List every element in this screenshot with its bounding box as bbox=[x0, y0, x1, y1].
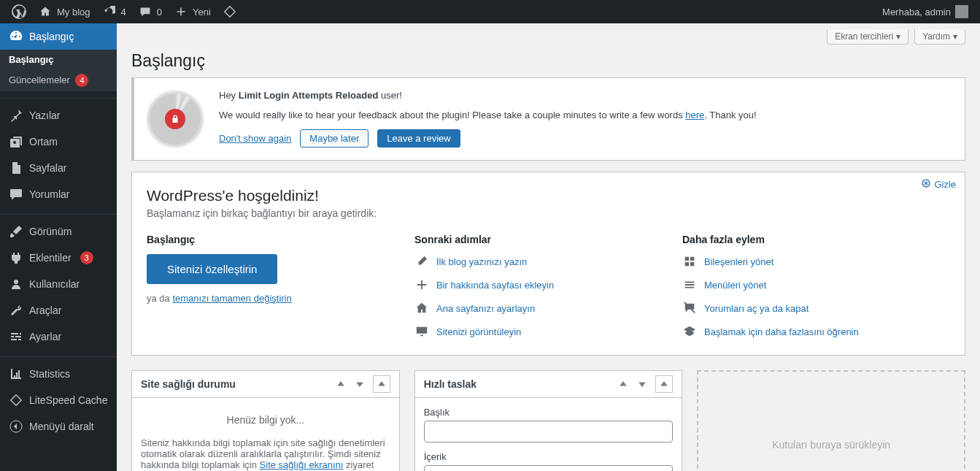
notice-line-2: We would really like to hear your feedba… bbox=[219, 110, 757, 120]
comments-count: 0 bbox=[157, 7, 162, 18]
site-health-box: Site sağlığı durumu Henüz bilgi yok... S… bbox=[131, 370, 400, 471]
submenu-updates[interactable]: Güncellemeler 4 bbox=[0, 69, 117, 91]
greeting-text: Merhaba, admin bbox=[882, 7, 951, 18]
menu-litespeed[interactable]: LiteSpeed Cache bbox=[0, 387, 117, 413]
draft-title-label: Başlık bbox=[424, 407, 674, 418]
chart-icon bbox=[9, 367, 23, 381]
gauge-icon bbox=[146, 90, 204, 148]
home-icon bbox=[38, 4, 53, 19]
col2-heading: Sonraki adımlar bbox=[414, 234, 682, 245]
notice-body: Hey Limit Login Attempts Reloaded user! … bbox=[219, 90, 757, 148]
widgets-icon bbox=[682, 254, 697, 269]
plus-icon bbox=[174, 4, 188, 19]
menu-statistics[interactable]: Statistics bbox=[0, 361, 117, 387]
caret-down-icon: ▾ bbox=[896, 31, 900, 42]
review-here-link[interactable]: here bbox=[685, 110, 704, 120]
col3-heading: Daha fazla eylem bbox=[682, 234, 950, 245]
llar-notice: Hey Limit Login Attempts Reloaded user! … bbox=[131, 77, 965, 161]
dashboard-widgets: Site sağlığı durumu Henüz bilgi yok... S… bbox=[131, 370, 965, 471]
menu-dashboard[interactable]: Başlangıç bbox=[0, 23, 117, 50]
new-content-link[interactable]: Yeni bbox=[168, 0, 217, 23]
home-icon bbox=[414, 301, 429, 315]
site-name-link[interactable]: My blog bbox=[32, 0, 96, 23]
toggle-box-button[interactable] bbox=[373, 375, 390, 393]
monitor-icon bbox=[414, 324, 429, 339]
comment-off-icon bbox=[682, 301, 697, 315]
page-title: Başlangıç bbox=[131, 45, 965, 74]
wp-logo[interactable] bbox=[6, 0, 32, 23]
plugins-badge: 3 bbox=[80, 251, 93, 264]
welcome-col-1: Başlangıç Sitenizi özelleştirin ya da te… bbox=[147, 234, 414, 348]
media-icon bbox=[9, 134, 23, 149]
help-button[interactable]: Yardım ▾ bbox=[914, 29, 965, 45]
screen-meta: Ekran tercihleri ▾ Yardım ▾ bbox=[131, 23, 965, 45]
screen-options-button[interactable]: Ekran tercihleri ▾ bbox=[827, 29, 908, 45]
menu-settings[interactable]: Ayarlar bbox=[0, 323, 117, 350]
write-post-link[interactable]: İlk blog yazınızı yazın bbox=[414, 254, 682, 269]
menu-comments[interactable]: Yorumlar bbox=[0, 181, 117, 207]
welcome-title: WordPress'e hoşgeldiniz! bbox=[147, 187, 950, 204]
learn-more-link[interactable]: Başlamak için daha fazlasını öğrenin bbox=[682, 324, 950, 339]
move-down-button[interactable] bbox=[351, 375, 369, 393]
quick-draft-box: Hızlı taslak Başlık İçerik bbox=[414, 370, 683, 471]
caret-down-icon: ▾ bbox=[953, 31, 957, 42]
main-content: Ekran tercihleri ▾ Yardım ▾ Başlangıç He… bbox=[117, 0, 980, 471]
draft-title-input[interactable] bbox=[424, 421, 674, 443]
dismiss-icon bbox=[921, 178, 931, 191]
menu-appearance[interactable]: Görünüm bbox=[0, 218, 117, 245]
welcome-subtitle: Başlamanız için birkaç bağlantıyı bir ar… bbox=[147, 207, 950, 219]
welcome-panel: Gizle WordPress'e hoşgeldiniz! Başlamanı… bbox=[131, 172, 965, 356]
menu-icon bbox=[682, 277, 697, 292]
change-theme-link[interactable]: temanızı tamamen değiştirin bbox=[172, 293, 291, 304]
menu-media[interactable]: Ortam bbox=[0, 129, 117, 155]
dont-show-link[interactable]: Don't show again bbox=[219, 133, 291, 144]
menu-separator bbox=[0, 353, 117, 357]
plugin-icon bbox=[9, 250, 23, 265]
admin-sidebar: Başlangıç Başlangıç Güncellemeler 4 Yazı… bbox=[0, 23, 117, 471]
account-link[interactable]: Merhaba, admin bbox=[876, 0, 974, 23]
dropzone[interactable]: Kutuları buraya sürükleyin bbox=[697, 370, 965, 471]
maybe-later-button[interactable]: Maybe later bbox=[300, 129, 369, 148]
notice-line-1: Hey Limit Login Attempts Reloaded user! bbox=[219, 90, 757, 101]
quick-draft-title: Hızlı taslak bbox=[424, 371, 477, 397]
draft-content-input[interactable] bbox=[424, 465, 674, 471]
toggle-box-button[interactable] bbox=[655, 375, 673, 393]
welcome-col-2: Sonraki adımlar İlk blog yazınızı yazın … bbox=[414, 234, 682, 348]
menu-users[interactable]: Kullanıcılar bbox=[0, 271, 117, 297]
comments-link[interactable]: 0 bbox=[132, 0, 168, 23]
site-health-title: Site sağlığı durumu bbox=[141, 371, 236, 397]
welcome-dismiss[interactable]: Gizle bbox=[921, 178, 956, 191]
admin-bar: My blog 4 0 Yeni Merhaba, admin bbox=[0, 0, 980, 23]
move-down-button[interactable] bbox=[633, 375, 651, 393]
customize-button[interactable]: Sitenizi özelleştirin bbox=[147, 254, 277, 284]
draft-content-label: İçerik bbox=[424, 451, 674, 462]
site-health-link[interactable]: Site sağlığı ekranını bbox=[260, 459, 344, 470]
menu-collapse[interactable]: Menüyü daralt bbox=[0, 413, 117, 440]
widgets-link[interactable]: Bileşenleri yönet bbox=[682, 254, 950, 269]
menu-pages[interactable]: Sayfalar bbox=[0, 155, 117, 181]
litespeed-icon bbox=[9, 393, 23, 407]
comments-toggle-link[interactable]: Yorumları aç ya da kapat bbox=[682, 301, 950, 315]
menu-plugins[interactable]: Eklentiler 3 bbox=[0, 245, 117, 271]
updates-link[interactable]: 4 bbox=[96, 0, 132, 23]
wordpress-icon bbox=[12, 4, 26, 19]
welcome-col-3: Daha fazla eylem Bileşenleri yönet Menül… bbox=[682, 234, 950, 348]
litespeed-toolbar[interactable] bbox=[217, 0, 243, 23]
site-health-text: Siteniz hakkında bilgi toplamak için sit… bbox=[141, 437, 390, 471]
setup-homepage-link[interactable]: Ana sayfanızı ayarlayın bbox=[414, 301, 682, 315]
menu-posts[interactable]: Yazılar bbox=[0, 102, 117, 129]
leave-review-button[interactable]: Leave a review bbox=[377, 129, 460, 148]
menu-separator bbox=[0, 211, 117, 215]
avatar-icon bbox=[955, 5, 968, 18]
move-up-button[interactable] bbox=[332, 375, 350, 393]
submenu-home[interactable]: Başlangıç bbox=[0, 50, 117, 69]
view-site-link[interactable]: Sitenizi görüntüleyin bbox=[414, 324, 682, 339]
pin-icon bbox=[9, 108, 23, 123]
edit-icon bbox=[414, 254, 429, 269]
menus-link[interactable]: Menüleri yönet bbox=[682, 277, 950, 292]
move-up-button[interactable] bbox=[614, 375, 632, 393]
update-icon bbox=[102, 4, 117, 19]
add-page-link[interactable]: Bir hakkında sayfası ekleyin bbox=[414, 277, 682, 292]
menu-tools[interactable]: Araçlar bbox=[0, 297, 117, 323]
new-label: Yeni bbox=[193, 7, 211, 18]
